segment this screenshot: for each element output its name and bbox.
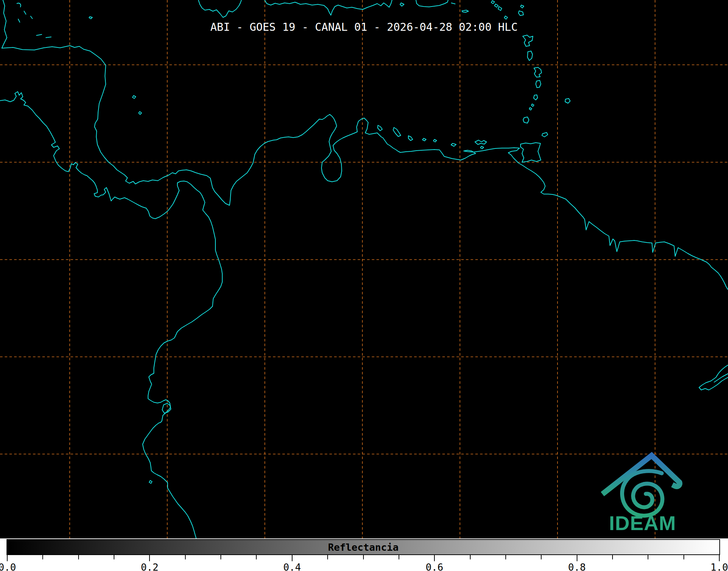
coastline-st-lucia-island [536,80,541,88]
coastline-beata-island [400,3,404,6]
colorbar-gradient-bar: Reflectancia [7,539,720,555]
coastline-vieques-island [451,3,455,4]
mountain-roof-icon [605,455,680,492]
coastline-belize-cays [17,3,33,22]
coastline-grenada-island [523,117,529,123]
colorbar-minor-tick [505,555,506,559]
coastline-st-croix-island [462,10,468,12]
colorbar-minor-tick [114,555,114,559]
colorbar-minor-tick [256,555,257,559]
coastline-swan-island [89,17,92,19]
ideam-logo-text: IDEAM [594,511,691,535]
colorbar-minor-tick [470,555,471,559]
colorbar-major-tick [292,555,293,561]
coastline-jamaica-south-coast [198,0,241,17]
coastline-st-vincent-island [534,95,538,100]
colorbar-minor-tick [220,555,221,559]
ideam-logo: IDEAM [594,445,691,536]
colorbar-minor-tick [327,555,328,559]
colorbar-minor-tick [541,555,542,559]
coastline-belize-honduras-nicaragua-panama-colombia-venezuela-guianas-coast [2,0,728,290]
coastline-barbuda-island [521,5,524,8]
coastline-curacao-island [393,127,401,137]
map-area: ABI - GOES 19 - CANAL 01 - 2026-04-28 02… [0,0,728,538]
colorbar-minor-tick [78,555,79,559]
colorbar-major-tick [719,555,720,561]
image-title: ABI - GOES 19 - CANAL 01 - 2026-04-28 02… [0,21,728,33]
colorbar-tick-label: 0.6 [420,562,449,571]
coastline-los-roques-orchila-islands [422,138,437,142]
coastline-aruba-island [378,125,382,131]
colorbar-minor-tick [42,555,43,559]
coastline-st-kitts-nevis [498,7,502,11]
coastline-bay-islands-honduras [36,34,51,38]
coastline-amazon-estuary [699,365,728,390]
coastline-montserrat-island [504,16,508,19]
colorbar-minor-tick [185,555,186,559]
colorbar-major-tick [577,555,577,561]
colorbar-major-tick [7,555,8,561]
colorbar-tick-label: 1.0 [705,562,728,571]
coastline-providencia-san-andres-islands [132,96,142,114]
coastline-bonaire-island [408,136,413,140]
coastline-antigua-island [518,11,523,16]
coastline-la-tortuga-island [451,143,456,146]
coastline-grenadines-islands [529,104,534,110]
coastline-lobos-island [149,480,152,483]
coastline-martinique-island [534,67,542,77]
colorbar-area: Reflectancia 0.00.20.40.60.81.0 [0,538,728,571]
coastline-puerto-rico-south-coast [416,0,448,7]
colorbar-minor-tick [363,555,364,559]
coastline-margarita-island [475,140,487,149]
colorbar-label: Reflectancia [7,542,719,553]
colorbar-tick-label: 0.2 [135,562,164,571]
coastline-guadeloupe-island [523,35,533,46]
coastline-dominica-island [527,51,533,60]
colorbar-minor-tick [648,555,648,559]
coastline-hispaniola-south-coast [265,0,392,15]
colorbar-tick-label: 0.4 [278,562,307,571]
coastline-saba-statia-islands [491,1,498,7]
colorbar-tick-label: 0.8 [563,562,592,571]
colorbar-tick-label: 0.0 [0,562,22,571]
coastline-trinidad-island [521,143,541,162]
colorbar-major-tick [149,555,150,561]
coastline-pacific-coast-central-america-to-peru [0,92,222,538]
coastline-tobago-island [542,133,548,137]
satellite-image-figure: ABI - GOES 19 - CANAL 01 - 2026-04-28 02… [0,0,728,571]
colorbar-minor-tick [683,555,684,559]
hurricane-spiral-icon [622,471,662,516]
coastline-barbados-island [565,98,570,103]
colorbar-minor-tick [399,555,399,559]
colorbar-major-tick [434,555,435,561]
colorbar-minor-tick [612,555,613,559]
